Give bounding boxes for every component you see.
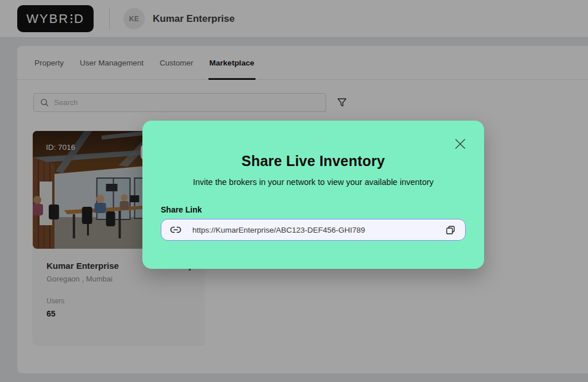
- copy-icon: [444, 224, 457, 236]
- share-url-input[interactable]: [192, 226, 443, 234]
- copy-link-button[interactable]: [443, 223, 458, 237]
- share-live-inventory-modal: Share Live Inventory Invite the brokers …: [142, 121, 484, 269]
- link-icon: [169, 223, 183, 237]
- share-link-label: Share Link: [161, 205, 484, 214]
- modal-title: Share Live Inventory: [142, 153, 484, 169]
- close-icon: [453, 137, 467, 151]
- modal-subtitle: Invite the brokers in your network to vi…: [142, 178, 484, 187]
- modal-close-button[interactable]: [452, 136, 468, 152]
- share-link-field: [161, 219, 466, 241]
